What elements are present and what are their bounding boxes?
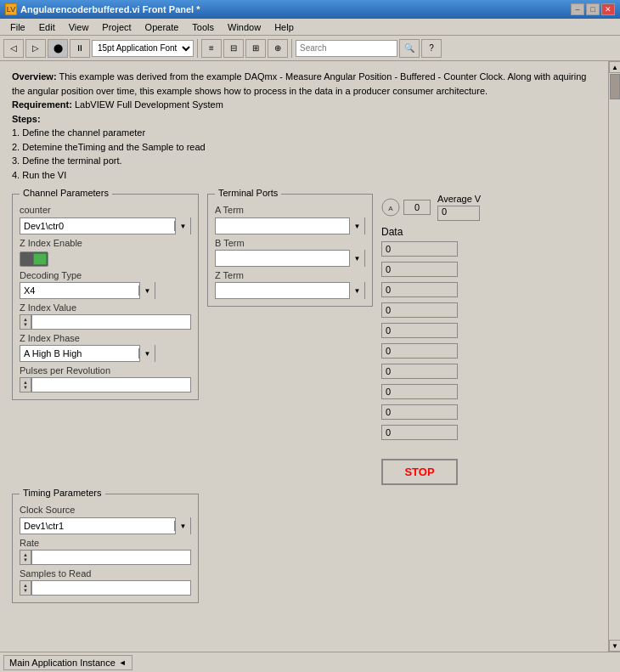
- step1: 1. Define the channel parameter: [12, 126, 596, 140]
- pulses-spin[interactable]: ▲▼: [20, 377, 31, 392]
- data-title: Data: [381, 226, 492, 238]
- a-term-arrow[interactable]: ▼: [349, 217, 364, 234]
- data-field-1[interactable]: [381, 262, 458, 277]
- data-row-8: [381, 403, 492, 421]
- data-field-5[interactable]: [381, 343, 458, 359]
- indicator-display: 0: [403, 200, 431, 215]
- data-field-2[interactable]: [381, 282, 458, 297]
- overview-section: Overview: This example was derived from …: [12, 70, 596, 182]
- scroll-up-button[interactable]: ▲: [609, 61, 620, 73]
- rate-spin[interactable]: ▲▼: [20, 550, 31, 565]
- menu-help[interactable]: Help: [268, 20, 301, 34]
- menu-edit[interactable]: Edit: [32, 20, 62, 34]
- close-button[interactable]: ✕: [601, 3, 615, 15]
- z-term-label: Z Term: [215, 270, 365, 280]
- run-button[interactable]: ⬤: [48, 39, 68, 58]
- data-field-7[interactable]: [381, 384, 458, 399]
- toolbar: ◁ ▷ ⬤ ⏸ 15pt Application Font ≡ ⊟ ⊞ ⊕ 🔍 …: [0, 36, 620, 61]
- menu-project[interactable]: Project: [95, 20, 138, 34]
- menu-tools[interactable]: Tools: [185, 20, 221, 34]
- timing-params-group: Timing Parameters Clock Source Dev1\ctr1…: [12, 494, 199, 603]
- resize-button[interactable]: ⊞: [245, 39, 266, 58]
- rate-value-field[interactable]: 10000.00: [31, 550, 191, 565]
- a-term-dropdown[interactable]: ▼: [215, 217, 365, 234]
- z-index-enable-label: Z Index Enable: [20, 238, 191, 248]
- samples-label: Samples to Read: [20, 568, 191, 579]
- status-arrow[interactable]: ◄: [119, 658, 127, 667]
- data-field-6[interactable]: [381, 364, 458, 379]
- clock-source-dropdown[interactable]: Dev1\ctr1 ▼: [20, 517, 191, 534]
- params-row: Channel Parameters counter Dev1\ctr0 ▼ Z…: [12, 194, 596, 485]
- data-field-9[interactable]: [381, 425, 458, 440]
- samples-value-field[interactable]: 1000: [31, 580, 191, 596]
- distribute-button[interactable]: ⊟: [223, 39, 244, 58]
- decoding-type-dropdown[interactable]: X4 ▼: [20, 282, 155, 299]
- b-term-label: B Term: [215, 238, 365, 248]
- stop-button[interactable]: STOP: [381, 459, 458, 485]
- clock-source-arrow[interactable]: ▼: [175, 517, 190, 534]
- z-index-phase-label: Z Index Phase: [20, 333, 191, 343]
- step4: 4. Run the VI: [12, 168, 596, 183]
- timing-params-section: Timing Parameters Clock Source Dev1\ctr1…: [12, 494, 199, 603]
- pulses-label: Pulses per Revolution: [20, 365, 191, 376]
- data-row-1: [381, 260, 492, 279]
- counter-dropdown[interactable]: Dev1\ctr0 ▼: [20, 217, 191, 234]
- minimize-button[interactable]: –: [571, 3, 584, 15]
- pulses-value-field[interactable]: 24: [31, 377, 191, 392]
- terminal-ports-group: Terminal Ports A Term ▼ B Term ▼: [207, 194, 373, 307]
- pause-button[interactable]: ⏸: [70, 39, 90, 58]
- scroll-thumb[interactable]: [610, 74, 620, 99]
- decoding-type-label: Decoding Type: [20, 270, 191, 280]
- overview-label: Overview:: [12, 71, 57, 82]
- clock-source-label: Clock Source: [20, 505, 191, 515]
- search-input[interactable]: [296, 40, 397, 57]
- help-button[interactable]: ?: [421, 39, 442, 58]
- counter-arrow[interactable]: ▼: [175, 217, 190, 234]
- search-button[interactable]: 🔍: [399, 39, 420, 58]
- z-index-phase-arrow[interactable]: ▼: [139, 345, 155, 362]
- menu-view[interactable]: View: [62, 20, 96, 34]
- app-icon: LV: [5, 3, 17, 15]
- scroll-down-button[interactable]: ▼: [609, 640, 620, 652]
- channel-params-group: Channel Parameters counter Dev1\ctr0 ▼ Z…: [12, 194, 199, 400]
- back-button[interactable]: ◁: [3, 39, 24, 58]
- data-field-3[interactable]: [381, 302, 458, 318]
- z-term-dropdown[interactable]: ▼: [215, 282, 365, 299]
- align-button[interactable]: ≡: [201, 39, 222, 58]
- separator-1: [197, 39, 198, 58]
- requirement-value: LabVIEW Full Development System: [75, 99, 223, 110]
- data-row-3: [381, 301, 492, 319]
- samples-input: ▲▼ 1000: [20, 580, 191, 596]
- font-selector[interactable]: 15pt Application Font: [92, 40, 194, 57]
- data-field-8[interactable]: [381, 404, 458, 420]
- data-field-4[interactable]: [381, 323, 458, 338]
- separator-2: [291, 39, 292, 58]
- forward-button[interactable]: ▷: [25, 39, 46, 58]
- z-term-arrow[interactable]: ▼: [349, 282, 364, 299]
- menu-window[interactable]: Window: [221, 20, 268, 34]
- requirement-label: Requirement:: [12, 99, 72, 110]
- rate-label: Rate: [20, 538, 191, 548]
- menu-bar: File Edit View Project Operate Tools Win…: [0, 19, 620, 36]
- b-term-arrow[interactable]: ▼: [349, 250, 364, 267]
- data-row-7: [381, 382, 492, 401]
- samples-spin[interactable]: ▲▼: [20, 580, 31, 596]
- z-index-toggle[interactable]: [20, 251, 48, 267]
- maximize-button[interactable]: □: [586, 3, 600, 15]
- menu-file[interactable]: File: [3, 20, 32, 34]
- data-row-6: [381, 362, 492, 381]
- overview-text: This example was derived from the exampl…: [12, 71, 586, 96]
- decoding-type-arrow[interactable]: ▼: [139, 282, 155, 299]
- decoding-type-value: X4: [20, 285, 139, 296]
- counter-label: counter: [20, 205, 191, 215]
- z-index-spin[interactable]: ▲▼: [20, 314, 31, 330]
- step2: 2. Detemine theTiming and the Sample to …: [12, 140, 596, 155]
- z-index-value-field[interactable]: 0: [31, 314, 191, 330]
- z-index-phase-dropdown[interactable]: A High B High ▼: [20, 345, 155, 362]
- b-term-dropdown[interactable]: ▼: [215, 250, 365, 267]
- window-title: Angularencoderbuffered.vi Front Panel *: [20, 4, 200, 14]
- data-field-0[interactable]: [381, 241, 458, 257]
- menu-operate[interactable]: Operate: [138, 20, 186, 34]
- z-index-value-input: ▲▼ 0: [20, 314, 191, 330]
- tools-button[interactable]: ⊕: [268, 39, 288, 58]
